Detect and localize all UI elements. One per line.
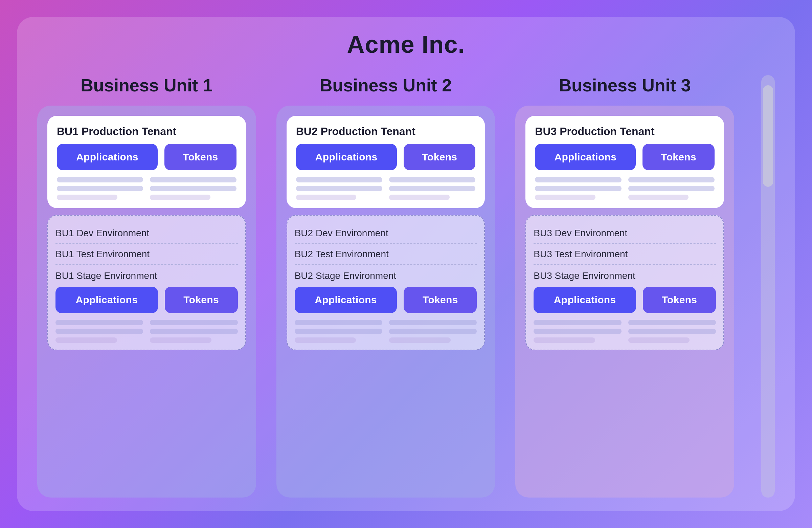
bu3-applications-button[interactable]: Applications [535,144,636,170]
bu3-stage-section: BU3 Stage Environment Applications Token… [534,265,716,343]
bu1-production-data-lines [57,177,236,200]
bu2-env-group: BU2 Dev Environment BU2 Test Environment… [287,215,485,350]
bu2-dev-env: BU2 Dev Environment [295,223,477,244]
bu1-applications-button[interactable]: Applications [57,144,158,170]
bu1-env-group: BU1 Dev Environment BU1 Test Environment… [47,215,246,350]
bu3-production-data-lines [535,177,714,200]
bu2-stage-line-5 [389,329,477,334]
bu1-data-line-4 [150,177,236,183]
bu2-stage-data-col-2 [389,320,477,343]
bu2-data-line-1 [296,177,382,183]
bu3-data-line-2 [535,186,621,191]
bu1-stage-section: BU1 Stage Environment Applications Token… [56,265,238,343]
bu1-data-line-5 [150,186,236,191]
bu2-stage-title: BU2 Stage Environment [295,270,477,281]
bu2-tokens-button[interactable]: Tokens [404,144,476,170]
bu3-data-line-3 [535,195,595,200]
bu2-data-col-1 [296,177,382,200]
scrollbar-thumb[interactable] [763,85,773,187]
bu2-stage-line-4 [389,320,477,325]
bu1-stage-applications-button[interactable]: Applications [56,287,158,313]
bu3-production-card: BU3 Production Tenant Applications Token… [525,116,724,208]
bu3-data-line-6 [628,195,689,200]
bu1-data-col-2 [150,177,236,200]
bu1-data-line-6 [150,195,211,200]
bu3-env-group: BU3 Dev Environment BU3 Test Environment… [525,215,724,350]
bu2-stage-tokens-button[interactable]: Tokens [404,287,477,313]
bu3-stage-tokens-button[interactable]: Tokens [643,287,716,313]
main-container: Acme Inc. Business Unit 1 BU1 Production… [17,17,795,511]
bu2-data-line-3 [296,195,357,200]
bu1-tokens-button[interactable]: Tokens [164,144,236,170]
bu1-production-buttons: Applications Tokens [57,144,236,170]
bu2-data-line-6 [389,195,450,200]
bu2-production-card: BU2 Production Tenant Applications Token… [287,116,485,208]
bu3-production-title: BU3 Production Tenant [535,125,714,138]
bu2-panel: BU2 Production Tenant Applications Token… [276,105,495,498]
bu2-title: Business Unit 2 [320,75,452,96]
scrollbar-track[interactable] [761,75,775,498]
bu3-column: Business Unit 3 BU3 Production Tenant Ap… [515,75,734,498]
bu3-data-line-1 [535,177,621,183]
bu3-stage-data-col-2 [628,320,716,343]
bu2-production-data-lines [296,177,476,200]
bu1-stage-data-col-1 [56,320,143,343]
bu1-stage-title: BU1 Stage Environment [56,270,238,281]
bu1-stage-line-4 [150,320,237,325]
bu2-stage-section: BU2 Stage Environment Applications Token… [295,265,477,343]
bu3-dev-env: BU3 Dev Environment [534,223,716,244]
bu3-data-col-2 [628,177,714,200]
bu1-stage-buttons: Applications Tokens [56,287,238,313]
bu1-title: Business Unit 1 [81,75,213,96]
bu2-stage-applications-button[interactable]: Applications [295,287,397,313]
bu1-stage-data-col-2 [150,320,237,343]
bu1-production-title: BU1 Production Tenant [57,125,236,138]
bu2-stage-buttons: Applications Tokens [295,287,477,313]
bu3-title: Business Unit 3 [559,75,691,96]
bu2-stage-data-col-1 [295,320,382,343]
bu3-stage-title: BU3 Stage Environment [534,270,716,281]
bu3-stage-line-4 [628,320,716,325]
bu1-stage-line-2 [56,329,143,334]
bu1-panel: BU1 Production Tenant Applications Token… [37,105,256,498]
bu2-stage-line-2 [295,329,382,334]
bu3-production-buttons: Applications Tokens [535,144,714,170]
bu1-production-card: BU1 Production Tenant Applications Token… [47,116,246,208]
bu2-data-col-2 [389,177,475,200]
bu1-stage-line-6 [150,338,212,343]
bu3-stage-applications-button[interactable]: Applications [534,287,636,313]
bu1-dev-env: BU1 Dev Environment [56,223,238,244]
bu1-data-col-1 [57,177,143,200]
bu2-stage-line-3 [295,338,356,343]
bu3-test-env: BU3 Test Environment [534,244,716,265]
bu2-production-title: BU2 Production Tenant [296,125,476,138]
bu3-panel: BU3 Production Tenant Applications Token… [515,105,734,498]
bu2-applications-button[interactable]: Applications [296,144,397,170]
bu3-stage-data-col-1 [534,320,621,343]
bu2-stage-line-6 [389,338,451,343]
bu1-stage-tokens-button[interactable]: Tokens [165,287,238,313]
bu3-stage-data-lines [534,320,716,343]
bu3-stage-line-2 [534,329,621,334]
bu1-stage-data-lines [56,320,238,343]
page-title: Acme Inc. [347,30,465,58]
bu1-stage-line-1 [56,320,143,325]
bu3-stage-buttons: Applications Tokens [534,287,716,313]
bu1-data-line-2 [57,186,143,191]
bu2-test-env: BU2 Test Environment [295,244,477,265]
bu2-stage-line-1 [295,320,382,325]
columns-row: Business Unit 1 BU1 Production Tenant Ap… [37,75,775,498]
bu3-data-line-4 [628,177,714,183]
bu3-stage-line-6 [628,338,690,343]
bu3-tokens-button[interactable]: Tokens [642,144,714,170]
bu2-production-buttons: Applications Tokens [296,144,476,170]
bu3-stage-line-5 [628,329,716,334]
bu3-data-col-1 [535,177,621,200]
bu1-data-line-1 [57,177,143,183]
bu1-stage-line-3 [56,338,117,343]
bu3-stage-line-3 [534,338,595,343]
bu2-data-line-2 [296,186,382,191]
bu1-data-line-3 [57,195,117,200]
bu2-stage-data-lines [295,320,477,343]
bu2-column: Business Unit 2 BU2 Production Tenant Ap… [276,75,495,498]
